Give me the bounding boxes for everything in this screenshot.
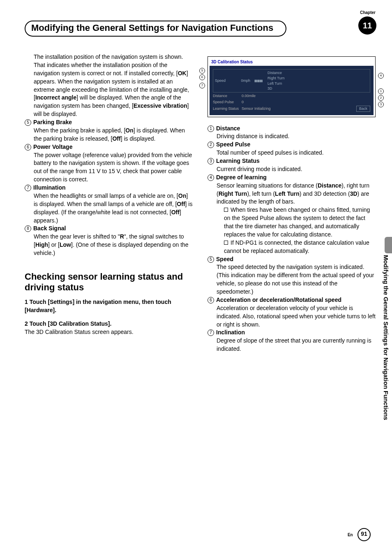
calibration-figure: 3D Calibration Status Speed 0mph ▮▮▮▮▮ D… <box>208 56 376 117</box>
r-item-5: 5Speed <box>208 255 376 264</box>
item-7-body: When the headlights or small lamps of a … <box>25 192 193 225</box>
box-bullet-icon <box>224 241 228 245</box>
header: Chapter 11 Modifying the General Setting… <box>25 21 376 37</box>
figure-wrap: 5 6 7 4 1 2 3 3D Calibration Status Spee… <box>208 56 376 117</box>
r-item-3-body: Current driving mode is indicated. <box>208 165 376 174</box>
r-item-5-body: The speed detected by the navigation sys… <box>208 263 376 296</box>
item-6: 6Power Voltage <box>25 143 193 151</box>
step-2-body: The 3D Calibration Status screen appears… <box>25 328 193 336</box>
item-8-body: When the gear lever is shifted to "R", t… <box>25 233 193 257</box>
r-item-2: 2Speed Pulse <box>208 141 376 149</box>
r-item-1-body: Driving distance is indicated. <box>208 132 376 141</box>
page-title: Modifying the General Settings for Navig… <box>31 23 273 33</box>
r-item-3: 3Learning Status <box>208 157 376 165</box>
item-5: 5Parking Brake <box>25 118 193 127</box>
item-7: 7Illumination <box>25 184 193 192</box>
back-button[interactable]: Back <box>356 106 370 112</box>
figure-title: 3D Calibration Status <box>210 58 374 66</box>
r-item-4-body: Sensor learning situations for distance … <box>208 182 376 206</box>
callout-5: 5 <box>199 68 205 74</box>
chapter-label: Chapter <box>360 10 376 15</box>
r-item-4: 4Degree of learning <box>208 174 376 182</box>
item-5-body: When the parking brake is applied, [On] … <box>25 127 193 143</box>
r-item-6-body: Acceleration or deceleration velocity of… <box>208 304 376 329</box>
subsection-heading: Checking sensor learning status and driv… <box>25 271 193 293</box>
install-position-paragraph: The installation position of the navigat… <box>25 53 193 118</box>
item-8: 8Back Signal <box>25 225 193 233</box>
callout-1: 1 <box>378 88 384 94</box>
item-6-body: The power voltage (reference value) prov… <box>25 151 193 184</box>
side-grip <box>385 237 392 253</box>
marker-5: 5 <box>25 119 31 126</box>
side-tab: Modifying the General Settings for Navig… <box>383 255 390 420</box>
callout-7: 7 <box>199 83 205 88</box>
box-bullet-icon <box>224 208 228 212</box>
step-2: 2 Touch [3D Calibration Status]. <box>25 320 193 328</box>
callout-6: 6 <box>199 74 205 80</box>
r-item-1: 1Distance <box>208 125 376 133</box>
bullet-2: If ND-PG1 is connected, the distance cal… <box>208 239 376 255</box>
r-item-6: 6Acceleration or deceleration/Rotational… <box>208 296 376 304</box>
callout-3: 3 <box>378 102 384 107</box>
chapter-number-badge: 11 <box>358 16 376 35</box>
page-number: 91 <box>357 528 371 541</box>
marker-7: 7 <box>25 185 31 191</box>
r-item-7-body: Degree of slope of the street that you a… <box>208 337 376 353</box>
r-item-7: 7Inclination <box>208 329 376 337</box>
left-column: The installation position of the navigat… <box>25 53 193 353</box>
callout-2: 2 <box>378 95 384 101</box>
marker-6: 6 <box>25 144 31 151</box>
marker-8: 8 <box>25 225 31 232</box>
r-item-2-body: Total number of speed pulses is indicate… <box>208 149 376 157</box>
step-1: 1 Touch [Settings] in the navigation men… <box>25 298 193 315</box>
right-column: 5 6 7 4 1 2 3 3D Calibration Status Spee… <box>208 53 376 353</box>
title-pill: Modifying the General Settings for Navig… <box>25 21 286 37</box>
lang-label: En <box>348 533 353 537</box>
bullet-1: When tires have been changed or chains f… <box>208 206 376 239</box>
footer: En 91 <box>348 528 371 541</box>
callout-4: 4 <box>378 73 384 79</box>
